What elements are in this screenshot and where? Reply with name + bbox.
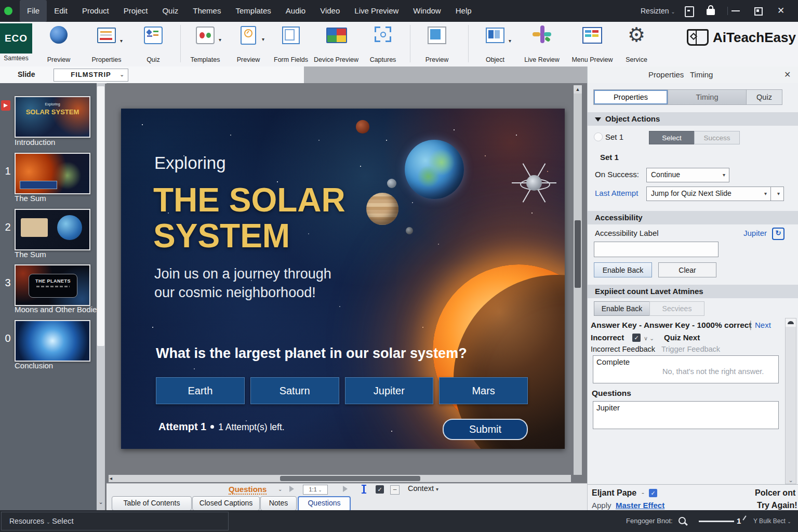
panel-title-properties[interactable]: Properties [648, 66, 684, 83]
slide-thumbnail-the-sun-1[interactable] [15, 153, 90, 194]
toolbar-preview2-button[interactable]: ▾ Preview [227, 25, 270, 46]
scroll-left-icon[interactable]: ◂ [110, 475, 112, 482]
section-object-actions[interactable]: Object Actions [588, 112, 798, 126]
attempts-enable-back-button[interactable]: Enable Back [594, 301, 650, 316]
chevron-down-icon[interactable]: ▾ [120, 38, 123, 44]
toolbar-captures-button[interactable]: Captures [361, 25, 405, 46]
scrollbar-thumb[interactable] [575, 220, 581, 288]
slide-kicker-text[interactable]: Exploring [154, 153, 226, 173]
next-arrow-icon[interactable] [343, 486, 348, 492]
filmstrip-scrollbar[interactable]: ⌄ [97, 83, 105, 510]
resources-dropdown[interactable]: Resources ⌄ [9, 510, 50, 532]
canvas-vertical-scrollbar[interactable]: ▲ [574, 85, 582, 475]
last-attempt-extra-dropdown[interactable]: ▾ [770, 187, 784, 201]
menu-live-preview[interactable]: Live Preview [347, 0, 406, 22]
answer-jupiter-button[interactable]: Jupiter [345, 377, 434, 404]
answer-saturn-button[interactable]: Saturn [250, 377, 339, 404]
canvas-horizontal-scrollbar[interactable]: ◂ [109, 475, 571, 482]
section-last-attempts[interactable]: Expiiect count Lavet Atmines [588, 285, 798, 298]
panel-close-icon[interactable]: ✕ [784, 66, 791, 83]
menu-product[interactable]: Product [75, 0, 116, 22]
tab-closed-captions[interactable]: Closed Captions [192, 496, 260, 511]
refresh-icon[interactable]: ↻ [772, 228, 784, 240]
menu-audio[interactable]: Audio [278, 0, 313, 22]
menu-file[interactable]: File [20, 0, 47, 22]
radio-icon[interactable] [594, 132, 603, 141]
menu-video[interactable]: Video [313, 0, 347, 22]
slider-handle-icon[interactable] [742, 515, 746, 520]
menu-window[interactable]: Window [406, 0, 448, 22]
slide-subtitle-text[interactable]: Join us on a journey through our cosmic … [154, 264, 331, 302]
select-button[interactable]: Select [52, 510, 74, 532]
menu-project[interactable]: Project [116, 0, 155, 22]
panel-scrollbar[interactable]: ⌄ [785, 318, 796, 484]
next-arrow-icon[interactable] [289, 486, 294, 492]
last-attempt-label[interactable]: Last Attempt [595, 189, 638, 197]
text-cursor-icon[interactable] [363, 485, 365, 494]
panel-title-timing[interactable]: Timing [690, 66, 713, 83]
traffic-light-icon[interactable] [4, 7, 12, 15]
menu-help[interactable]: Help [448, 0, 479, 22]
chevron-down-icon[interactable]: ▾ [219, 37, 221, 43]
chevron-down-icon[interactable]: ▾ [509, 38, 511, 44]
footer-checkbox[interactable]: ✓ [649, 489, 657, 497]
chevron-down-icon[interactable]: ⌄ [786, 477, 796, 484]
tab-table-of-contents[interactable]: Table of Contents [112, 496, 192, 511]
section-accessibility[interactable]: Accessibility [588, 211, 798, 224]
toolbar-quiz-button[interactable]: Quiz [131, 25, 175, 46]
filmstrip-view-dropdown[interactable]: FILMSTRIP⌄ [54, 69, 128, 82]
tab-quiz[interactable]: Quiz [747, 90, 782, 104]
enable-back-button[interactable]: Enable Back [594, 262, 652, 277]
set-success-button[interactable]: Success [694, 131, 740, 144]
context-dropdown[interactable]: Context ▾ [408, 484, 438, 493]
incorrect-feedback-box[interactable]: Complete No, that's not the right answer… [593, 355, 779, 383]
scroll-up-icon[interactable] [786, 318, 796, 327]
toolbar-device-preview-button[interactable]: Device Preview [307, 25, 365, 47]
slide-editor-surface[interactable]: Exploring THE SOLAR SYSTEM Join us on a … [121, 109, 565, 449]
set-select-button[interactable]: Select [649, 131, 695, 144]
ratio-dropdown[interactable]: 1:1 ⌄ [303, 485, 328, 495]
scrollbar-thumb[interactable] [280, 476, 420, 481]
submit-button[interactable]: Submit [443, 419, 528, 440]
scrollbar-thumb[interactable] [97, 86, 104, 346]
menu-themes[interactable]: Themes [185, 0, 228, 22]
checkbox-icon[interactable]: ✓ [376, 485, 384, 494]
slide-thumbnail-conclusion[interactable] [15, 320, 90, 362]
attempts-secondary-button[interactable]: Secviees [649, 301, 704, 316]
scroll-up-icon[interactable]: ▲ [574, 85, 582, 94]
slide-thumbnail-introduction[interactable]: Exploring SOLAR SYSTEM [15, 96, 90, 138]
minimize-icon[interactable] [732, 10, 740, 11]
tab-properties[interactable]: Properties [594, 90, 668, 104]
toolbar-service-button[interactable]: ⚙ Service [615, 25, 658, 45]
fit-dropdown[interactable]: Y Bulk Bect ⌄ [753, 510, 791, 532]
answer-mars-button[interactable]: Mars [439, 377, 528, 404]
toolbar-object-button[interactable]: ▾ Object [473, 25, 517, 47]
slide-title-text[interactable]: THE SOLAR SYSTEM [153, 182, 345, 254]
answer-earth-button[interactable]: Earth [156, 377, 245, 404]
questions-dropdown[interactable]: Questions [229, 485, 267, 495]
close-icon[interactable]: ✕ [777, 5, 784, 17]
minus-button[interactable]: – [390, 485, 400, 495]
last-attempt-select[interactable]: Jump for Quiz Next Slide▾ [646, 187, 771, 201]
on-success-select[interactable]: Continue▾ [646, 168, 729, 182]
search-icon[interactable] [679, 517, 686, 524]
chevron-down-icon[interactable]: ▾ [262, 36, 264, 42]
menu-quiz[interactable]: Quiz [155, 0, 185, 22]
menu-edit[interactable]: Edit [47, 0, 75, 22]
toolbar-menu-preview-button[interactable]: Menu Preview [566, 25, 618, 47]
chevron-down-icon[interactable]: ⌄ [278, 486, 282, 492]
questions-box[interactable]: Jupiter [593, 401, 779, 429]
toolbar-preview3-button[interactable]: Preview [415, 25, 459, 46]
accessibility-input[interactable] [594, 242, 719, 257]
menu-templates[interactable]: Templates [228, 0, 278, 22]
exit-panel-icon[interactable] [685, 6, 694, 17]
master-effect-link[interactable]: Master Effect [616, 501, 664, 510]
quiz-question-text[interactable]: What is the largest planet in our solar … [156, 345, 467, 362]
tab-questions[interactable]: Questions [298, 496, 351, 512]
toolbar-live-review-button[interactable]: Live Review [518, 25, 565, 45]
toolbar-properties-button[interactable]: ▾ Properties [85, 25, 128, 47]
accessibility-jupiter-link[interactable]: Jupiter [743, 229, 767, 237]
clear-button[interactable]: Clear [658, 262, 716, 277]
incorrect-checkbox[interactable]: ✓ [632, 334, 641, 342]
toolbar-templates-button[interactable]: ▾ Templates [183, 25, 227, 46]
